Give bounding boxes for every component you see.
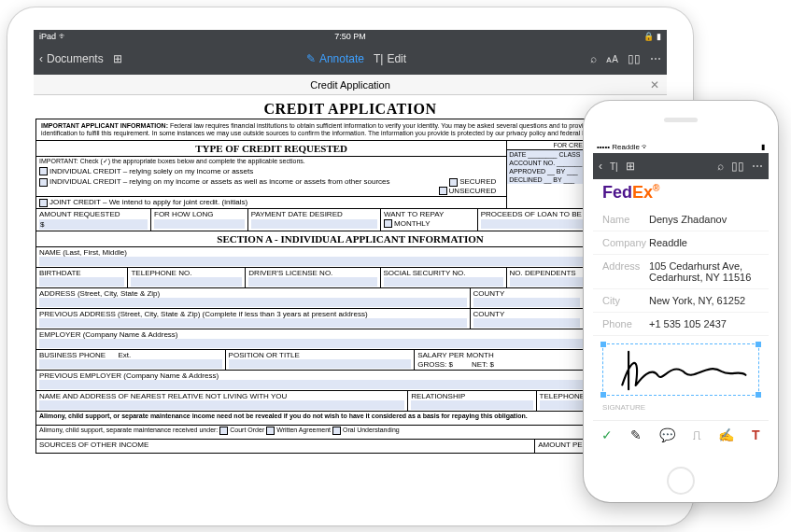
position-field[interactable]: [229, 359, 412, 369]
resize-handle[interactable]: [600, 342, 606, 347]
field-name[interactable]: NameDenys Zhadanov: [593, 208, 769, 231]
dependents-label: NO. DEPENDENTS: [510, 269, 576, 277]
signature-box[interactable]: [602, 343, 759, 396]
oral-checkbox[interactable]: [332, 427, 341, 435]
name-field[interactable]: [39, 257, 661, 266]
search-icon[interactable]: ⌕: [717, 160, 724, 173]
ipad-status-bar: iPad ᯤ 7:50 PM 🔒 ▮: [34, 30, 667, 43]
telephone-field[interactable]: [131, 277, 242, 287]
back-icon[interactable]: ‹: [599, 160, 602, 173]
iphone-carrier: Readdle: [612, 143, 640, 151]
individual-credit-checkbox[interactable]: [39, 167, 48, 175]
grid-icon[interactable]: ⊞: [626, 160, 635, 173]
ipad-toolbar: ‹Documents ⊞ ✎Annotate T|Edit ⌕ ᴀA ▯▯ ⋯: [34, 43, 667, 75]
field-address[interactable]: Address105 Cedarhurst Ave, Cedarhurst, N…: [593, 255, 769, 289]
confirm-icon[interactable]: ✓: [601, 427, 613, 442]
more-icon[interactable]: ⋯: [650, 52, 661, 65]
county-field[interactable]: [473, 298, 580, 307]
prev-employer-field[interactable]: [39, 380, 661, 389]
wifi-icon: ᯤ: [59, 32, 67, 41]
joint-credit-checkbox[interactable]: [39, 199, 48, 207]
iphone-toolbar: ‹ T| ⊞ ⌕ ▯▯ ⋯: [593, 153, 769, 179]
relative-label: NAME AND ADDRESS OF NEAREST RELATIVE NOT…: [39, 392, 287, 400]
ssn-field[interactable]: [384, 277, 503, 287]
secured-checkbox[interactable]: [449, 178, 458, 187]
relative-field[interactable]: [39, 400, 404, 410]
text-tool-icon[interactable]: T: [752, 427, 760, 442]
written-checkbox[interactable]: [266, 427, 275, 435]
grid-icon[interactable]: ⊞: [113, 52, 122, 65]
comment-icon[interactable]: 💬: [659, 427, 675, 442]
annotate-tab[interactable]: ✎Annotate: [306, 52, 364, 65]
account-label: ACCOUNT NO.: [509, 160, 555, 166]
unsecured-checkbox[interactable]: [439, 187, 447, 195]
by-label-2: BY: [553, 176, 561, 183]
address-field[interactable]: [39, 298, 467, 307]
field-city[interactable]: CityNew York, NY, 61252: [593, 289, 769, 313]
form-fields: NameDenys Zhadanov CompanyReaddle Addres…: [593, 206, 769, 338]
edit-label: Edit: [387, 52, 406, 65]
back-label: Documents: [47, 52, 104, 65]
birthdate-label: BIRTHDATE: [39, 269, 81, 277]
ssn-label: SOCIAL SECURITY NO.: [384, 269, 466, 277]
pen-icon[interactable]: ✎: [630, 427, 642, 442]
by-label-1: BY: [557, 168, 565, 175]
amount-requested-label: AMOUNT REQUESTED: [39, 210, 120, 218]
how-long-field[interactable]: [154, 219, 245, 229]
text-icon: T|: [374, 52, 383, 65]
monthly-label: MONTHLY: [394, 219, 431, 228]
pen-icon: ✎: [306, 52, 316, 65]
iphone-device: ••••• Readdle ᯤ ▮ ‹ T| ⊞ ⌕ ▯▯ ⋯ FedEx® N…: [584, 101, 778, 502]
book-icon[interactable]: ▯▯: [731, 160, 744, 173]
ext-label: Ext.: [118, 351, 131, 359]
resize-handle[interactable]: [600, 392, 606, 398]
court-order-checkbox[interactable]: [219, 427, 228, 435]
book-icon[interactable]: ▯▯: [628, 52, 641, 65]
important-heading: IMPORTANT APPLICANT INFORMATION:: [41, 122, 168, 129]
approved-label: APPROVED: [509, 168, 545, 175]
amount-field[interactable]: $: [39, 219, 148, 230]
close-icon[interactable]: ✕: [650, 78, 659, 91]
how-long-label: FOR HOW LONG: [154, 210, 214, 218]
edit-tab[interactable]: T|Edit: [374, 52, 406, 65]
back-button[interactable]: ‹Documents: [39, 52, 104, 65]
text-icon[interactable]: T|: [610, 161, 618, 172]
business-phone-field[interactable]: [39, 359, 222, 369]
prev-employer-label: PREVIOUS EMPLOYER (Company Name & Addres…: [39, 371, 219, 380]
font-size-icon[interactable]: ᴀA: [606, 54, 618, 64]
relationship-label: RELATIONSHIP: [411, 392, 465, 400]
annotate-label: Annotate: [319, 52, 364, 65]
battery-icon: ▮: [761, 143, 765, 151]
dependents-field[interactable]: [510, 277, 595, 287]
prev-address-field[interactable]: [39, 318, 467, 328]
signature-icon[interactable]: ✍: [718, 427, 734, 442]
address-label: ADDRESS (Street, City, State & Zip): [39, 289, 160, 298]
dln-field[interactable]: [248, 277, 376, 287]
field-phone[interactable]: Phone+1 535 105 2437: [593, 313, 769, 336]
iphone-bottom-toolbar: ✓ ✎ 💬 ⎍ ✍ T: [593, 420, 769, 448]
search-icon[interactable]: ⌕: [590, 52, 597, 65]
dln-label: DRIVER'S LICENSE NO.: [248, 269, 332, 277]
employer-label: EMPLOYER (Company Name & Address): [39, 330, 178, 339]
telephone-label: TELEPHONE NO.: [131, 269, 191, 277]
credit-application-form: CREDIT APPLICATION IMPORTANT APPLICANT I…: [34, 95, 667, 457]
individual-credit-label: INDIVIDUAL CREDIT – relying solely on my…: [49, 167, 253, 175]
signature-label: SIGNATURE: [593, 401, 769, 413]
home-button[interactable]: [667, 467, 695, 495]
relationship-field[interactable]: [411, 400, 532, 410]
birthdate-field[interactable]: [39, 277, 124, 287]
payment-date-field[interactable]: [251, 219, 377, 229]
more-icon[interactable]: ⋯: [752, 160, 763, 173]
employer-field[interactable]: [39, 339, 661, 348]
resize-handle[interactable]: [756, 392, 761, 398]
county-field-2[interactable]: [473, 318, 580, 328]
joint-credit-label: JOINT CREDIT – We intend to apply for jo…: [49, 198, 247, 206]
monthly-checkbox[interactable]: [384, 219, 392, 228]
individual-credit-2-checkbox[interactable]: [39, 178, 48, 187]
stamp-icon[interactable]: ⎍: [693, 427, 700, 442]
resize-handle[interactable]: [756, 342, 761, 347]
iphone-speaker: [664, 118, 698, 122]
document-title: Credit Application: [310, 79, 390, 91]
field-company[interactable]: CompanyReaddle: [593, 231, 769, 255]
class-label: CLASS: [558, 151, 580, 158]
